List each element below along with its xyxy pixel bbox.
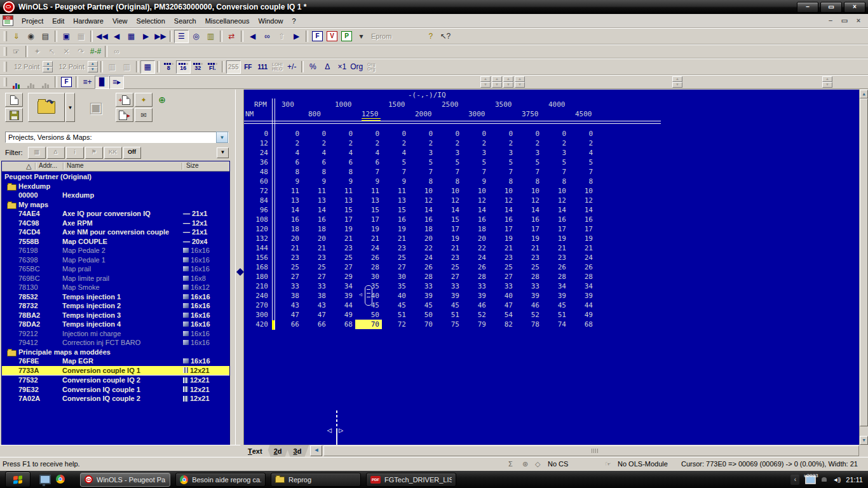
map-cell[interactable]: 43	[275, 301, 302, 310]
map-cell[interactable]: 27	[329, 262, 355, 272]
map-cell[interactable]: 78	[515, 320, 542, 329]
map-cell[interactable]: 26	[355, 253, 382, 262]
map-row[interactable]: 76198Map Pedale 216x16	[2, 246, 229, 255]
rpm-column-header[interactable]: 1250	[362, 110, 379, 118]
restore-button[interactable]: ▭	[820, 2, 842, 13]
show-factor-button[interactable]: F	[310, 30, 325, 43]
map-cell[interactable]: 7	[435, 167, 462, 177]
column-name[interactable]: Name	[67, 162, 84, 169]
nm-row-label[interactable]: 156	[244, 253, 268, 262]
map-cell[interactable]: 25	[435, 262, 462, 272]
map-cell[interactable]: 26	[542, 262, 569, 272]
map-cell[interactable]: 2	[435, 139, 462, 148]
map-cell[interactable]: 7	[489, 167, 515, 177]
map-cell[interactable]: 8	[515, 177, 542, 186]
map-cell[interactable]: 23	[382, 243, 409, 253]
nm-row-label[interactable]: 0	[244, 129, 268, 139]
map-cell[interactable]: 70	[355, 320, 382, 329]
nm-row-label[interactable]: 12	[244, 139, 268, 148]
map-cell[interactable]: 5	[435, 158, 462, 167]
map-cell[interactable]: 40	[489, 291, 515, 301]
map-folder-row[interactable]: Principale maps a moddées	[2, 348, 229, 357]
next-version-button[interactable]: ▶	[139, 30, 153, 43]
map-cell[interactable]: 4	[382, 148, 409, 158]
map-cell[interactable]: 10	[569, 186, 595, 196]
menu-miscellaneous[interactable]: Miscellaneous	[201, 15, 254, 27]
help-button[interactable]: ?	[423, 30, 438, 43]
map-cell[interactable]: 19	[355, 224, 382, 234]
map-cell[interactable]: 10	[489, 186, 515, 196]
taskbar-button[interactable]: PDFFGTech_DRIVER_LIS...	[366, 473, 456, 487]
map-cell[interactable]: 20	[275, 234, 302, 243]
map-cell[interactable]: 17	[569, 224, 595, 234]
map-cell[interactable]: 44	[569, 301, 595, 310]
rpm-column-header[interactable]: 1000	[335, 100, 352, 109]
combobox-arrow-icon[interactable]: ▼	[216, 132, 228, 143]
map-cell[interactable]: 12	[409, 196, 435, 205]
map-cell[interactable]: 34	[542, 281, 569, 291]
axis-spinner-4[interactable]: ▲▼	[822, 76, 832, 88]
map-cell[interactable]: 7	[515, 167, 542, 177]
factor-one-button[interactable]: ×1	[335, 60, 349, 74]
rpm-column-header[interactable]: 300	[281, 100, 294, 109]
map-cell[interactable]: 51	[542, 310, 569, 320]
map-cell[interactable]: 14	[515, 205, 542, 215]
map-cell[interactable]: 44	[329, 301, 355, 310]
map-cell[interactable]: 4	[569, 148, 595, 158]
rpm-column-header[interactable]: 3500	[495, 100, 512, 109]
map-cell[interactable]: 28	[515, 272, 542, 281]
map-cell[interactable]: 35	[382, 281, 409, 291]
map-cell[interactable]: 51	[382, 310, 409, 320]
rpm-column-header[interactable]: 2500	[442, 100, 459, 109]
map-cell[interactable]: 6	[275, 158, 302, 167]
nm-row-label[interactable]: 120	[244, 224, 268, 234]
map-cell[interactable]: 9	[329, 177, 355, 186]
map-cell[interactable]: 46	[462, 301, 489, 310]
filter-kk-button[interactable]: KK	[104, 147, 122, 159]
map-cell[interactable]: 33	[302, 281, 329, 291]
lohi-order-button[interactable]: LOHIHILO	[270, 60, 285, 74]
menu-edit[interactable]: Edit	[48, 15, 69, 27]
map-row[interactable]: 00000Hexdump	[2, 191, 229, 200]
map-cell[interactable]: 7	[382, 167, 409, 177]
map-cell[interactable]: 16	[382, 215, 409, 224]
map-cell[interactable]: 5	[515, 158, 542, 167]
rpm-column-header[interactable]: 3750	[522, 110, 539, 118]
map-cell[interactable]: 25	[489, 262, 515, 272]
map-cell[interactable]: 24	[409, 253, 435, 262]
map-cell[interactable]: 11	[382, 186, 409, 196]
delta-view-button[interactable]: Δ	[320, 60, 335, 74]
map-wizard-button[interactable]	[9, 76, 24, 89]
delete-selection-button[interactable]: ✕	[59, 45, 74, 58]
map-cell[interactable]: 5	[542, 158, 569, 167]
display-binary-button[interactable]: 111	[255, 60, 270, 74]
map-cell[interactable]: 20	[462, 234, 489, 243]
import-large-button[interactable]: ▣	[81, 94, 111, 121]
map-cell[interactable]: 28	[409, 272, 435, 281]
map-cell[interactable]: 26	[409, 262, 435, 272]
map-cell[interactable]: 9	[355, 177, 382, 186]
map-cell[interactable]: 25	[515, 262, 542, 272]
map-cell[interactable]: 75	[435, 320, 462, 329]
map-cell[interactable]: 0	[435, 129, 462, 139]
mdi-close-button[interactable]: ×	[854, 17, 863, 25]
map-cell[interactable]: 16	[275, 215, 302, 224]
map-cell[interactable]: 10	[435, 186, 462, 196]
stamp-button[interactable]: ◉	[24, 30, 38, 43]
map-cell[interactable]: 11	[302, 186, 329, 196]
upload-button[interactable]: ⇧	[275, 30, 289, 43]
map-row[interactable]: 79212Injection mi charge16x16	[2, 329, 229, 339]
map-cell[interactable]: 33	[409, 281, 435, 291]
version-wizard-button[interactable]: ✦	[135, 93, 153, 107]
map-cell[interactable]: 7	[542, 167, 569, 177]
tray-expand-button[interactable]: ‹	[790, 475, 799, 485]
point-size-spinner-1[interactable]: ▲▼	[43, 61, 53, 72]
map-row[interactable]: 76398Map Pedale 116x16	[2, 255, 229, 265]
map-cell[interactable]: 26	[569, 262, 595, 272]
tab-2d[interactable]: 2d	[266, 445, 290, 457]
map-cell[interactable]: 2	[302, 139, 329, 148]
map-cell[interactable]: 5	[462, 158, 489, 167]
map-cell[interactable]: 24	[462, 253, 489, 262]
map-cell[interactable]: 0	[355, 129, 382, 139]
map-cell[interactable]: 5	[409, 158, 435, 167]
